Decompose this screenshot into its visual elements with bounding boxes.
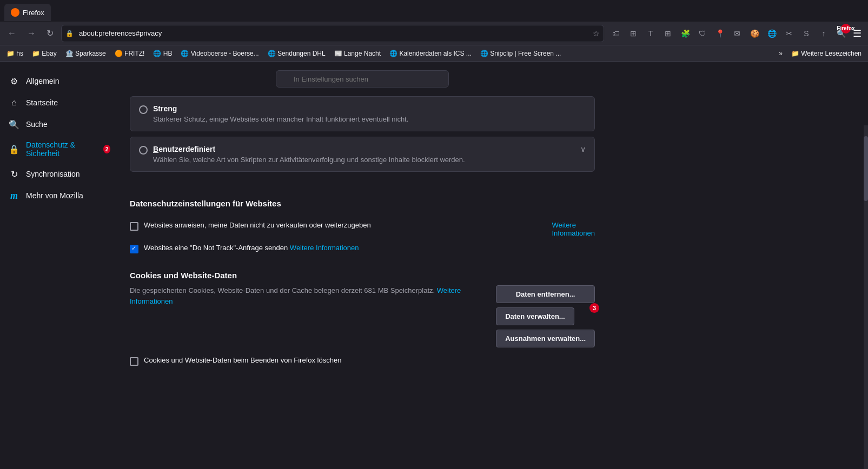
ausnahmen-verwalten-button[interactable]: Ausnahmen verwalten... <box>496 330 595 347</box>
bookmark-hb[interactable]: 🌐 HB <box>151 49 174 58</box>
bookmarks-bar: 📁 hs 📁 Ebay 🏦 Sparkasse 🟠 FRITZ! 🌐 HB 🌐 … <box>0 45 868 62</box>
url-bar-wrap: 🔒 ☆ <box>61 25 604 42</box>
streng-desc: Stärkerer Schutz, einige Websites oder m… <box>153 115 408 123</box>
skype-icon[interactable]: S <box>799 26 814 41</box>
shield-icon-wrap[interactable]: 🛡 <box>695 26 710 41</box>
sidebar-label-datenschutz: Datenschutz & Sicherheit <box>26 140 95 158</box>
cookies-buttons: Daten entfernen... Daten verwalten... 3 … <box>496 285 595 347</box>
extension-icon[interactable]: 🧩 <box>678 26 693 41</box>
forward-button[interactable]: → <box>24 26 39 41</box>
weitere-info-anchor-1[interactable]: WeitereInformationen <box>552 221 595 237</box>
checkbox-cookies-label: Cookies und Website-Daten beim Beenden v… <box>144 356 595 364</box>
sidebar-item-synchronisation[interactable]: ↻ Synchronisation <box>0 163 119 185</box>
content-inner: 🔍 Streng Stärkerer Schutz, einige Websit… <box>119 62 606 383</box>
checkbox-verkaufen-label: Websites anweisen, meine Daten nicht zu … <box>144 221 547 229</box>
benutzerdefiniert-title: Benutzerdefiniert <box>153 145 575 153</box>
nav-bar: ← → ↻ 🔒 ☆ 🏷 ⊞ T ⊞ 🧩 🛡 📍 ✉ 🍪 🌐 ✂ S ↑ 🔍 Fi… <box>0 22 868 45</box>
option-block-streng: Streng Stärkerer Schutz, einige Websites… <box>130 96 595 131</box>
search-icon-wrap[interactable]: 🔍 Firefox <box>833 26 849 41</box>
cookies-title: Cookies und Website-Daten <box>130 271 595 280</box>
radio-streng[interactable] <box>139 105 148 114</box>
pocket-icon[interactable]: 🏷 <box>608 26 624 41</box>
sidebar-item-allgemein[interactable]: ⚙ Allgemein <box>0 70 119 92</box>
cookies-desc: Die gespeicherten Cookies, Website-Daten… <box>130 285 485 306</box>
datenschutz-section: Datenschutzeinstellungen für Websites <box>119 188 606 221</box>
verwalten-badge: 3 <box>589 303 599 313</box>
checkbox-dnt[interactable] <box>130 245 138 253</box>
tab-overview-icon[interactable]: ⊞ <box>626 26 641 41</box>
translate-icon[interactable]: 🌐 <box>764 26 779 41</box>
main-layout: ⚙ Allgemein ⌂ Startseite 🔍 Suche 🔒 Daten… <box>0 62 868 467</box>
sidebar-item-suche[interactable]: 🔍 Suche <box>0 113 119 135</box>
daten-verwalten-button[interactable]: Daten verwalten... <box>496 307 574 325</box>
tab-icon <box>11 8 19 17</box>
checkbox-row-dnt: Websites eine "Do Not Track"-Anfrage sen… <box>119 244 606 253</box>
shield-icon: 🛡 <box>695 26 710 41</box>
bookmark-sendungen[interactable]: 🌐 Sendungen DHL <box>266 49 328 58</box>
bookmark-snipclip[interactable]: 🌐 Snipclip | Free Screen ... <box>478 49 564 58</box>
sidebar-label-suche: Suche <box>26 120 48 129</box>
mail-icon[interactable]: ✉ <box>730 26 745 41</box>
url-lock-icon: 🔒 <box>65 30 74 37</box>
firefox-tab[interactable]: Firefox <box>4 4 51 21</box>
options-area: Streng Stärkerer Schutz, einige Websites… <box>119 96 606 188</box>
weitere-info-anchor-2[interactable]: Weitere Informationen <box>290 244 359 252</box>
mozilla-icon: m <box>9 190 19 201</box>
cookies-content-row: Die gespeicherten Cookies, Website-Daten… <box>130 285 595 347</box>
bookmark-more[interactable]: » <box>777 49 785 58</box>
cookies-desc-area: Die gespeicherten Cookies, Website-Daten… <box>130 285 485 347</box>
cookies-more-link[interactable]: Weitere Informationen <box>130 286 461 305</box>
sidebar-label-synchronisation: Synchronisation <box>26 170 80 178</box>
checkbox-verkaufen[interactable] <box>130 222 138 231</box>
gear-icon: ⚙ <box>9 76 19 86</box>
bookmark-kalender[interactable]: 🌐 Kalenderdaten als ICS ... <box>387 49 474 58</box>
option-streng-content: Streng Stärkerer Schutz, einige Websites… <box>153 104 408 123</box>
expand-icon[interactable]: ∨ <box>580 145 586 153</box>
sidebar-label-mehr: Mehr von Mozilla <box>26 191 83 200</box>
back-button[interactable]: ← <box>4 26 19 41</box>
bookmark-weitere[interactable]: 📁 Weitere Lesezeichen <box>789 49 864 58</box>
lock-icon: 🔒 <box>9 144 19 155</box>
home-icon: ⌂ <box>9 97 19 108</box>
sidebar-label-allgemein: Allgemein <box>26 77 59 85</box>
radio-benutzerdefiniert[interactable] <box>139 146 148 155</box>
search-wrap: 🔍 <box>276 70 449 88</box>
checkbox-cookies-loeschen[interactable] <box>130 357 138 366</box>
tab-bar: Firefox <box>0 0 868 22</box>
tab-label: Firefox <box>23 9 44 17</box>
grid-icon[interactable]: ⊞ <box>660 26 675 41</box>
bookmark-hs[interactable]: 📁 hs <box>4 49 25 58</box>
sidebar-item-startseite[interactable]: ⌂ Startseite <box>0 92 119 113</box>
streng-title: Streng <box>153 104 408 113</box>
search-sidebar-icon: 🔍 <box>9 119 19 130</box>
datenschutz-badge: 2 <box>103 145 110 153</box>
settings-search-input[interactable] <box>276 70 449 88</box>
reload-button[interactable]: ↻ <box>43 26 57 41</box>
bookmark-lange-nacht[interactable]: 📰 Lange Nacht <box>332 49 383 58</box>
bookmark-videoboerse[interactable]: 🌐 Videoboerse - Boerse... <box>178 49 261 58</box>
bookmark-sparkasse[interactable]: 🏦 Sparkasse <box>63 49 108 58</box>
bookmark-ebay[interactable]: 📁 Ebay <box>30 49 59 58</box>
sidebar-item-datenschutz[interactable]: 🔒 Datenschutz & Sicherheit 2 <box>0 135 119 163</box>
weitere-info-link-1[interactable]: WeitereInformationen <box>552 221 595 237</box>
url-input[interactable] <box>61 25 604 42</box>
daten-verwalten-wrap: Daten verwalten... 3 <box>496 307 595 325</box>
account-icon[interactable]: T <box>643 26 658 41</box>
cookies-section: Cookies und Website-Daten Die gespeicher… <box>119 260 606 383</box>
search-bar-wrap: 🔍 <box>119 62 606 96</box>
option-block-benutzerdefiniert: Benutzerdefiniert Wählen Sie, welche Art… <box>130 137 595 172</box>
share-icon[interactable]: ↑ <box>816 26 831 41</box>
sidebar-item-mehr[interactable]: m Mehr von Mozilla <box>0 185 119 206</box>
search-badge: Firefox <box>841 24 851 34</box>
location-icon[interactable]: 📍 <box>712 26 727 41</box>
bookmark-star-icon[interactable]: ☆ <box>593 29 600 38</box>
cookie-icon[interactable]: 🍪 <box>747 26 762 41</box>
scrollbar-thumb[interactable] <box>864 136 868 201</box>
bookmark-fritz[interactable]: 🟠 FRITZ! <box>112 49 147 58</box>
option-benutzerdefiniert-content: Benutzerdefiniert Wählen Sie, welche Art… <box>153 145 575 164</box>
checkbox-dnt-label: Websites eine "Do Not Track"-Anfrage sen… <box>144 244 595 252</box>
screenshot-icon[interactable]: ✂ <box>781 26 797 41</box>
scrollbar[interactable] <box>864 125 868 469</box>
daten-entfernen-button[interactable]: Daten entfernen... <box>496 285 595 303</box>
checkbox-row-cookies: Cookies und Website-Daten beim Beenden v… <box>130 356 595 366</box>
